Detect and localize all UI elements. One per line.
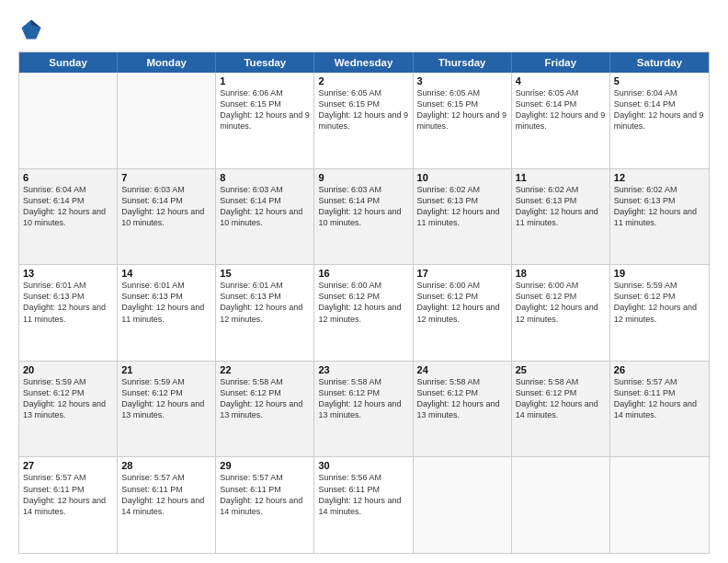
day-number: 16: [318, 268, 408, 279]
calendar-body: 1Sunrise: 6:06 AM Sunset: 6:15 PM Daylig…: [19, 73, 709, 553]
day-number: 7: [121, 172, 211, 183]
day-number: 23: [318, 364, 408, 375]
cell-info: Sunrise: 5:57 AM Sunset: 6:11 PM Dayligh…: [614, 376, 705, 421]
day-number: 15: [220, 268, 310, 279]
calendar-cell: 21Sunrise: 5:59 AM Sunset: 6:12 PM Dayli…: [118, 362, 216, 457]
header: [18, 17, 710, 42]
cell-info: Sunrise: 5:58 AM Sunset: 6:12 PM Dayligh…: [417, 376, 507, 421]
day-number: 27: [23, 460, 113, 471]
day-number: 6: [23, 172, 113, 183]
calendar-cell: 27Sunrise: 5:57 AM Sunset: 6:11 PM Dayli…: [19, 457, 118, 553]
cell-info: Sunrise: 6:00 AM Sunset: 6:12 PM Dayligh…: [318, 280, 408, 325]
calendar-cell: 19Sunrise: 5:59 AM Sunset: 6:12 PM Dayli…: [610, 265, 709, 361]
calendar-cell: 25Sunrise: 5:58 AM Sunset: 6:12 PM Dayli…: [512, 362, 610, 457]
day-number: 22: [220, 364, 310, 375]
calendar-cell: 15Sunrise: 6:01 AM Sunset: 6:13 PM Dayli…: [216, 265, 314, 361]
calendar-cell: 7Sunrise: 6:03 AM Sunset: 6:14 PM Daylig…: [118, 169, 216, 265]
calendar-row: 20Sunrise: 5:59 AM Sunset: 6:12 PM Dayli…: [19, 362, 709, 458]
calendar-cell: 11Sunrise: 6:02 AM Sunset: 6:13 PM Dayli…: [512, 169, 610, 265]
day-number: 25: [516, 364, 606, 375]
calendar-header-cell: Wednesday: [314, 52, 413, 73]
day-number: 30: [318, 460, 408, 471]
calendar-cell: 3Sunrise: 6:05 AM Sunset: 6:15 PM Daylig…: [414, 73, 512, 168]
calendar-cell: 28Sunrise: 5:57 AM Sunset: 6:11 PM Dayli…: [118, 457, 216, 553]
day-number: 24: [417, 364, 507, 375]
calendar-cell: [512, 457, 610, 553]
logo: [18, 17, 48, 42]
calendar-cell: 16Sunrise: 6:00 AM Sunset: 6:12 PM Dayli…: [314, 265, 413, 361]
calendar-cell: 22Sunrise: 5:58 AM Sunset: 6:12 PM Dayli…: [216, 362, 314, 457]
day-number: 26: [614, 364, 705, 375]
calendar-cell: 17Sunrise: 6:00 AM Sunset: 6:12 PM Dayli…: [414, 265, 512, 361]
calendar-cell: 6Sunrise: 6:04 AM Sunset: 6:14 PM Daylig…: [19, 169, 118, 265]
cell-info: Sunrise: 6:01 AM Sunset: 6:13 PM Dayligh…: [23, 280, 113, 325]
cell-info: Sunrise: 5:59 AM Sunset: 6:12 PM Dayligh…: [23, 376, 113, 421]
cell-info: Sunrise: 6:02 AM Sunset: 6:13 PM Dayligh…: [417, 184, 507, 229]
day-number: 20: [23, 364, 113, 375]
day-number: 10: [417, 172, 507, 183]
cell-info: Sunrise: 5:57 AM Sunset: 6:11 PM Dayligh…: [121, 472, 211, 517]
cell-info: Sunrise: 6:01 AM Sunset: 6:13 PM Dayligh…: [220, 280, 310, 325]
day-number: 12: [614, 172, 705, 183]
calendar-row: 1Sunrise: 6:06 AM Sunset: 6:15 PM Daylig…: [19, 73, 709, 169]
cell-info: Sunrise: 5:56 AM Sunset: 6:11 PM Dayligh…: [318, 472, 408, 517]
calendar: SundayMondayTuesdayWednesdayThursdayFrid…: [18, 52, 710, 554]
cell-info: Sunrise: 6:01 AM Sunset: 6:13 PM Dayligh…: [121, 280, 211, 325]
calendar-row: 13Sunrise: 6:01 AM Sunset: 6:13 PM Dayli…: [19, 265, 709, 362]
day-number: 4: [516, 75, 606, 86]
cell-info: Sunrise: 5:57 AM Sunset: 6:11 PM Dayligh…: [220, 472, 310, 517]
cell-info: Sunrise: 6:05 AM Sunset: 6:15 PM Dayligh…: [417, 87, 507, 132]
calendar-cell: [19, 73, 118, 168]
cell-info: Sunrise: 6:05 AM Sunset: 6:14 PM Dayligh…: [516, 87, 606, 132]
cell-info: Sunrise: 6:02 AM Sunset: 6:13 PM Dayligh…: [614, 184, 705, 229]
day-number: 2: [318, 75, 408, 86]
calendar-header-cell: Tuesday: [216, 52, 314, 73]
cell-info: Sunrise: 6:04 AM Sunset: 6:14 PM Dayligh…: [23, 184, 113, 229]
cell-info: Sunrise: 6:00 AM Sunset: 6:12 PM Dayligh…: [417, 280, 507, 325]
calendar-cell: 2Sunrise: 6:05 AM Sunset: 6:15 PM Daylig…: [314, 73, 413, 168]
calendar-header-cell: Monday: [118, 52, 216, 73]
calendar-cell: 8Sunrise: 6:03 AM Sunset: 6:14 PM Daylig…: [216, 169, 314, 265]
cell-info: Sunrise: 5:58 AM Sunset: 6:12 PM Dayligh…: [516, 376, 606, 421]
calendar-header-cell: Sunday: [19, 52, 118, 73]
day-number: 13: [23, 268, 113, 279]
calendar-header-cell: Saturday: [610, 52, 709, 73]
day-number: 21: [121, 364, 211, 375]
cell-info: Sunrise: 5:59 AM Sunset: 6:12 PM Dayligh…: [614, 280, 705, 325]
cell-info: Sunrise: 5:59 AM Sunset: 6:12 PM Dayligh…: [121, 376, 211, 421]
calendar-cell: 1Sunrise: 6:06 AM Sunset: 6:15 PM Daylig…: [216, 73, 314, 168]
page: SundayMondayTuesdayWednesdayThursdayFrid…: [0, 0, 728, 563]
calendar-cell: [118, 73, 216, 168]
day-number: 8: [220, 172, 310, 183]
calendar-cell: 18Sunrise: 6:00 AM Sunset: 6:12 PM Dayli…: [512, 265, 610, 361]
cell-info: Sunrise: 6:02 AM Sunset: 6:13 PM Dayligh…: [516, 184, 606, 229]
day-number: 3: [417, 75, 507, 86]
calendar-row: 27Sunrise: 5:57 AM Sunset: 6:11 PM Dayli…: [19, 457, 709, 553]
day-number: 19: [614, 268, 705, 279]
day-number: 14: [121, 268, 211, 279]
calendar-cell: 5Sunrise: 6:04 AM Sunset: 6:14 PM Daylig…: [610, 73, 709, 168]
calendar-cell: 24Sunrise: 5:58 AM Sunset: 6:12 PM Dayli…: [414, 362, 512, 457]
cell-info: Sunrise: 5:58 AM Sunset: 6:12 PM Dayligh…: [318, 376, 408, 421]
cell-info: Sunrise: 6:05 AM Sunset: 6:15 PM Dayligh…: [318, 87, 408, 132]
cell-info: Sunrise: 6:03 AM Sunset: 6:14 PM Dayligh…: [121, 184, 211, 229]
day-number: 5: [614, 75, 705, 86]
day-number: 11: [516, 172, 606, 183]
day-number: 28: [121, 460, 211, 471]
day-number: 1: [220, 75, 310, 86]
cell-info: Sunrise: 6:03 AM Sunset: 6:14 PM Dayligh…: [220, 184, 310, 229]
calendar-cell: 23Sunrise: 5:58 AM Sunset: 6:12 PM Dayli…: [314, 362, 413, 457]
calendar-cell: 26Sunrise: 5:57 AM Sunset: 6:11 PM Dayli…: [610, 362, 709, 457]
calendar-cell: 12Sunrise: 6:02 AM Sunset: 6:13 PM Dayli…: [610, 169, 709, 265]
calendar-cell: 29Sunrise: 5:57 AM Sunset: 6:11 PM Dayli…: [216, 457, 314, 553]
calendar-cell: 20Sunrise: 5:59 AM Sunset: 6:12 PM Dayli…: [19, 362, 118, 457]
cell-info: Sunrise: 6:04 AM Sunset: 6:14 PM Dayligh…: [614, 87, 705, 132]
calendar-row: 6Sunrise: 6:04 AM Sunset: 6:14 PM Daylig…: [19, 169, 709, 266]
cell-info: Sunrise: 5:58 AM Sunset: 6:12 PM Dayligh…: [220, 376, 310, 421]
day-number: 29: [220, 460, 310, 471]
day-number: 9: [318, 172, 408, 183]
day-number: 17: [417, 268, 507, 279]
day-number: 18: [516, 268, 606, 279]
calendar-cell: [610, 457, 709, 553]
cell-info: Sunrise: 6:03 AM Sunset: 6:14 PM Dayligh…: [318, 184, 408, 229]
